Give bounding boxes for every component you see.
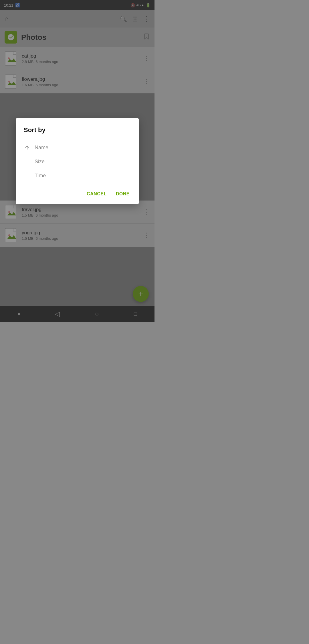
done-button[interactable]: DONE xyxy=(115,190,131,198)
sort-option-size[interactable]: Size xyxy=(24,155,131,169)
sort-option-time[interactable]: Time xyxy=(24,169,131,183)
sort-size-label: Size xyxy=(35,159,45,165)
sort-name-label: Name xyxy=(35,145,48,151)
dialog-title: Sort by xyxy=(24,126,131,134)
overlay: Sort by Name Size Time CANCEL DONE xyxy=(0,0,154,322)
dialog-actions: CANCEL DONE xyxy=(24,187,131,198)
sort-dialog: Sort by Name Size Time CANCEL DONE xyxy=(16,118,139,204)
cancel-button[interactable]: CANCEL xyxy=(86,190,108,198)
sort-ascending-icon xyxy=(24,145,31,150)
sort-option-name[interactable]: Name xyxy=(24,141,131,155)
sort-time-label: Time xyxy=(35,173,46,179)
